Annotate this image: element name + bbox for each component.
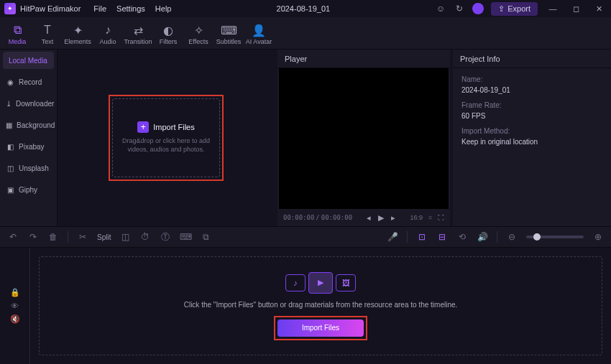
sidebar-item-background[interactable]: ▦Background — [0, 114, 57, 136]
text-tool-icon[interactable]: Ⓣ — [160, 231, 171, 243]
sidebar-item-label: Record — [19, 78, 42, 86]
tool-subtitles[interactable]: ⌨Subtitles — [214, 20, 243, 49]
marker-icon[interactable]: ⊡ — [416, 232, 428, 242]
filters-icon: ◐ — [163, 24, 173, 37]
copy-icon[interactable]: ⧉ — [200, 232, 211, 242]
sidebar-item-label: Downloader — [16, 100, 54, 108]
sidebar-item-label: Local Media — [9, 57, 47, 65]
snap-icon[interactable]: ⊟ — [436, 232, 448, 242]
timeline: 🔒 👁 🔇 ♪ ▶ 🖼 Click the "Import Files" but… — [0, 248, 611, 364]
music-deco-icon: ♪ — [285, 274, 306, 291]
lock-track-icon[interactable]: 🔒 — [10, 288, 20, 297]
project-name: 2024-08-19_01 — [171, 4, 435, 13]
redo-icon[interactable]: ↷ — [27, 232, 39, 242]
import-highlight: + Import Files Drag&drop or click here t… — [109, 95, 224, 181]
importmethod-value: Keep in original location — [461, 138, 602, 146]
split-icon[interactable]: ✂ — [77, 232, 88, 242]
media-area: + Import Files Drag&drop or click here t… — [58, 50, 275, 226]
tool-text[interactable]: TText — [33, 20, 62, 49]
text-icon: T — [44, 24, 51, 37]
sidebar-item-unsplash[interactable]: ◫Unsplash — [0, 157, 57, 179]
split-label[interactable]: Split — [97, 233, 111, 241]
unsplash-icon: ◫ — [6, 164, 14, 172]
sidebar-item-label: Giphy — [19, 186, 37, 194]
transition-icon: ⇄ — [134, 24, 143, 37]
speed-icon[interactable]: ⏱ — [139, 232, 151, 242]
next-frame-icon[interactable]: ▸ — [391, 213, 395, 223]
importmethod-label: Import Method: — [461, 127, 602, 135]
close-icon[interactable]: ✕ — [591, 1, 607, 16]
eye-track-icon[interactable]: 👁 — [11, 302, 19, 310]
tool-effects[interactable]: ✧Effects — [184, 20, 213, 49]
tool-elements[interactable]: ✦Elements — [63, 20, 92, 49]
export-icon: ⇪ — [498, 4, 505, 14]
sound-icon[interactable]: 🔊 — [477, 232, 488, 242]
track-headers: 🔒 👁 🔇 — [0, 248, 30, 364]
record-icon: ◉ — [6, 78, 14, 86]
giphy-icon: ▣ — [6, 186, 14, 194]
tool-label: AI Avatar — [246, 38, 272, 45]
fullscreen-icon[interactable]: ⛶ — [438, 214, 444, 221]
timeline-dropzone[interactable]: ♪ ▶ 🖼 Click the "Import Files" button or… — [39, 256, 602, 355]
feedback-icon[interactable]: ☺ — [435, 3, 446, 14]
tool-label: Audio — [99, 38, 116, 45]
effects-icon: ✧ — [194, 24, 203, 37]
link-icon[interactable]: ⟲ — [456, 232, 468, 242]
sidebar-item-downloader[interactable]: ⤓Downloader — [0, 93, 57, 114]
tool-label: Text — [42, 38, 54, 45]
player-title: Player — [277, 50, 450, 68]
menubar: File Settings Help — [93, 4, 171, 13]
tool-aiavatar[interactable]: 👤AI Avatar — [244, 20, 273, 49]
import-files-button[interactable]: Import Files — [277, 319, 364, 337]
zoom-in-icon[interactable]: ⊕ — [592, 232, 604, 242]
player-viewport[interactable] — [279, 68, 449, 209]
sidebar-item-label: Background — [17, 121, 55, 129]
aspect-ratio[interactable]: 16:9 — [410, 214, 423, 221]
tool-label: Media — [9, 38, 27, 45]
avatar[interactable] — [472, 3, 484, 14]
tool-label: Filters — [160, 38, 178, 45]
sidebar-item-record[interactable]: ◉Record — [0, 71, 57, 93]
zoom-out-icon[interactable]: ⊖ — [506, 232, 518, 242]
sidebar-item-giphy[interactable]: ▣Giphy — [0, 179, 57, 200]
import-dropzone[interactable]: + Import Files Drag&drop or click here t… — [112, 98, 220, 177]
name-value: 2024-08-19_01 — [461, 86, 602, 94]
mute-track-icon[interactable]: 🔇 — [10, 314, 20, 324]
menu-help[interactable]: Help — [155, 4, 172, 13]
history-icon[interactable]: ↻ — [454, 3, 465, 14]
sidebar-item-label: Unsplash — [19, 164, 49, 172]
aiavatar-icon: 👤 — [252, 24, 266, 37]
import-hint: Drag&drop or click here to add videos, a… — [119, 137, 213, 154]
audio-icon: ♪ — [105, 24, 111, 37]
timeline-hint: Click the "Import Files" button or drag … — [184, 301, 458, 309]
tool-audio[interactable]: ♪Audio — [93, 20, 122, 49]
maximize-icon[interactable]: ◻ — [568, 1, 584, 16]
app-logo-icon: ✦ — [4, 3, 16, 14]
downloader-icon: ⤓ — [6, 100, 12, 108]
undo-icon[interactable]: ↶ — [7, 232, 19, 242]
tool-media[interactable]: ⧉Media — [3, 20, 32, 49]
timeline-toolbar: ↶ ↷ 🗑 ✂ Split ◫ ⏱ Ⓣ ⌨ ⧉ 🎤 ⊡ ⊟ ⟲ 🔊 ⊖ ⊕ — [0, 226, 611, 248]
minimize-icon[interactable]: — — [545, 1, 561, 16]
elements-icon: ✦ — [73, 24, 83, 37]
crop-icon[interactable]: ◫ — [119, 232, 131, 242]
caption-icon[interactable]: ⌨ — [180, 232, 191, 242]
tool-label: Transition — [124, 38, 152, 45]
snapshot-icon[interactable]: ⌗ — [428, 214, 432, 222]
tool-label: Effects — [188, 38, 208, 45]
sidebar-item-pixabay[interactable]: ◧Pixabay — [0, 136, 57, 157]
menu-file[interactable]: File — [93, 4, 106, 13]
menu-settings[interactable]: Settings — [116, 4, 145, 13]
delete-icon[interactable]: 🗑 — [47, 232, 59, 242]
tool-filters[interactable]: ◐Filters — [154, 20, 183, 49]
mic-icon[interactable]: 🎤 — [387, 232, 398, 242]
pixabay-icon: ◧ — [6, 143, 14, 151]
tool-label: Elements — [64, 38, 91, 45]
export-button[interactable]: ⇪ Export — [491, 2, 538, 16]
sidebar-item-local[interactable]: Local Media — [3, 52, 54, 69]
zoom-slider[interactable] — [526, 235, 584, 238]
tool-transition[interactable]: ⇄Transition — [124, 20, 152, 49]
player-panel: Player 00:00:00 / 00:00:00 ◂ ▶ ▸ 16:9 ⌗ … — [277, 50, 450, 226]
play-icon[interactable]: ▶ — [378, 213, 384, 223]
prev-frame-icon[interactable]: ◂ — [367, 213, 371, 223]
